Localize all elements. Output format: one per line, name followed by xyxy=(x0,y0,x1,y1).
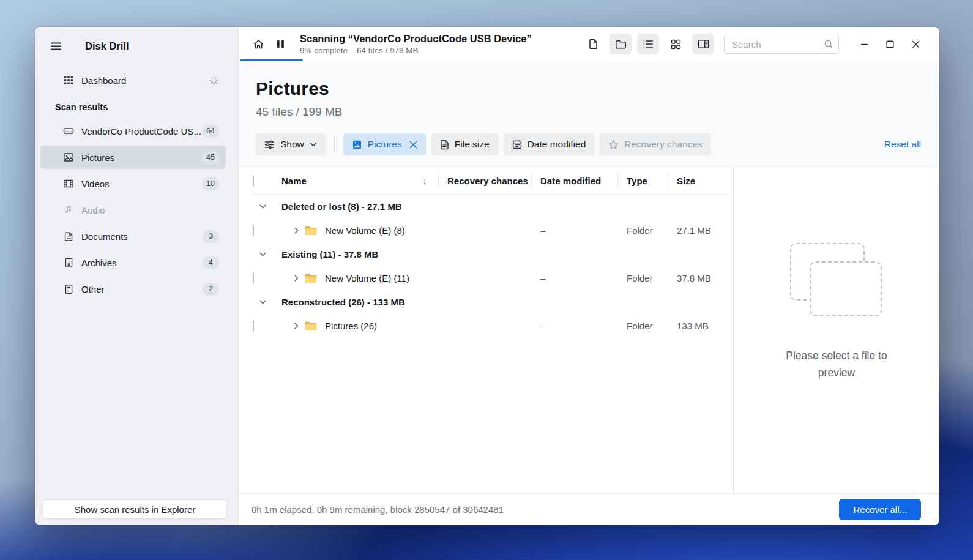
row-name: New Volume (E) (8) xyxy=(325,225,405,236)
dashboard-icon xyxy=(63,75,74,86)
count-badge: 2 xyxy=(203,283,219,296)
loading-spinner-icon xyxy=(209,75,219,86)
grid-view-button[interactable] xyxy=(665,34,687,54)
scan-elapsed-text: 0h 1m elapsed, 0h 9m remaining, block 28… xyxy=(252,504,504,515)
sidebar-item-dashboard[interactable]: Dashboard xyxy=(40,69,226,92)
toolbar: Scanning “VendorCo ProductCode USB Devic… xyxy=(239,27,939,61)
search-box xyxy=(724,35,839,54)
table-group-existing[interactable]: Existing (11) - 37.8 MB xyxy=(253,242,733,266)
column-header-recovery[interactable]: Recovery chances xyxy=(438,168,531,194)
close-button[interactable] xyxy=(903,33,928,55)
scan-status: Scanning “VendorCo ProductCode USB Devic… xyxy=(300,33,532,55)
hamburger-menu-icon[interactable] xyxy=(44,35,67,56)
star-icon xyxy=(608,140,619,149)
table-row-new-volume-11[interactable]: New Volume (E) (11) – Folder 37.8 MB xyxy=(253,266,733,290)
table-group-reconstructed[interactable]: Reconstructed (26) - 133 MB xyxy=(253,290,733,314)
select-all-checkbox[interactable] xyxy=(253,175,254,187)
sidebar-item-label: Other xyxy=(81,284,203,294)
filter-chip-label: Recovery chances xyxy=(624,139,703,150)
row-size: 133 MB xyxy=(668,321,733,331)
show-in-explorer-button[interactable]: Show scan results in Explorer xyxy=(43,499,227,519)
folder-icon xyxy=(304,273,318,284)
filter-chip-label: Date modified xyxy=(528,139,586,150)
group-label: Existing (11) - 37.8 MB xyxy=(272,249,438,259)
main-area: Scanning “VendorCo ProductCode USB Devic… xyxy=(239,27,939,525)
table-row-pictures-26[interactable]: Pictures (26) – Folder 133 MB xyxy=(253,314,733,338)
recover-all-button[interactable]: Recover all... xyxy=(839,499,921,520)
new-file-button[interactable] xyxy=(582,34,604,54)
collapse-group-chevron-icon[interactable] xyxy=(253,252,272,256)
list-view-button[interactable] xyxy=(637,34,659,54)
folder-icon xyxy=(304,321,318,332)
show-filter-button[interactable]: Show xyxy=(256,133,326,155)
row-type: Folder xyxy=(617,225,668,236)
sort-descending-icon[interactable]: ↓ xyxy=(423,176,428,186)
filter-sliders-icon xyxy=(264,140,275,149)
collapse-group-chevron-icon[interactable] xyxy=(253,300,272,304)
row-checkbox[interactable] xyxy=(253,225,254,236)
row-size: 37.8 MB xyxy=(668,273,733,283)
other-files-icon xyxy=(63,283,74,294)
column-header-type[interactable]: Type xyxy=(617,168,668,194)
table-row-new-volume-8[interactable]: New Volume (E) (8) – Folder 27.1 MB xyxy=(253,218,733,242)
count-badge: 4 xyxy=(203,256,219,269)
sidebar-item-label: Audio xyxy=(81,205,219,215)
sidebar-item-pictures[interactable]: Pictures 45 xyxy=(40,146,226,169)
file-size-icon xyxy=(440,140,449,150)
page-subtitle: 45 files / 199 MB xyxy=(256,105,921,119)
sidebar-item-label: Dashboard xyxy=(81,75,209,86)
filter-chip-label: Pictures xyxy=(368,139,402,150)
sidebar-item-other[interactable]: Other 2 xyxy=(40,277,226,301)
sidebar-item-device[interactable]: VendorCo ProductCode US... 64 xyxy=(40,119,226,143)
filter-chip-pictures[interactable]: Pictures xyxy=(343,133,426,155)
videos-icon xyxy=(63,178,74,189)
pictures-icon xyxy=(352,140,362,149)
calendar-icon xyxy=(512,140,522,149)
sidebar-header: Disk Drill xyxy=(35,27,238,65)
app-title: Disk Drill xyxy=(85,40,129,52)
documents-icon xyxy=(63,231,74,242)
column-header-name[interactable]: Name ↓ xyxy=(272,168,438,194)
row-checkbox[interactable] xyxy=(253,320,254,332)
preview-panel-toggle-button[interactable] xyxy=(692,34,714,54)
filter-divider xyxy=(334,136,335,152)
filter-chips: Pictures File size xyxy=(343,133,711,155)
sidebar: Disk Drill Dashboard Scan results xyxy=(35,27,239,525)
filter-chip-file-size[interactable]: File size xyxy=(431,133,498,155)
minimize-button[interactable] xyxy=(851,33,877,55)
remove-filter-icon[interactable] xyxy=(409,141,417,149)
reset-all-link[interactable]: Reset all xyxy=(884,139,921,150)
expand-row-chevron-icon[interactable] xyxy=(294,275,299,282)
pictures-icon xyxy=(63,152,74,163)
expand-row-chevron-icon[interactable] xyxy=(294,323,299,329)
expand-row-chevron-icon[interactable] xyxy=(294,227,299,234)
row-size: 27.1 MB xyxy=(668,225,733,236)
filter-bar: Show Pictures xyxy=(256,133,921,155)
sidebar-item-videos[interactable]: Videos 10 xyxy=(40,172,226,195)
sidebar-item-archives[interactable]: Archives 4 xyxy=(40,251,226,274)
collapse-group-chevron-icon[interactable] xyxy=(253,204,272,209)
count-badge: 45 xyxy=(202,151,219,164)
preview-placeholder-text: Please select a file to preview xyxy=(772,347,901,381)
table-group-deleted[interactable]: Deleted or lost (8) - 27.1 MB xyxy=(253,195,733,218)
table-header: Name ↓ Recovery chances Date modified Ty… xyxy=(253,168,733,195)
sidebar-item-audio[interactable]: Audio xyxy=(40,198,226,222)
sidebar-item-label: Documents xyxy=(81,231,203,242)
row-type: Folder xyxy=(617,321,668,331)
search-input[interactable] xyxy=(724,35,839,54)
filter-chip-recovery-chances[interactable]: Recovery chances xyxy=(600,133,711,155)
results-table: Name ↓ Recovery chances Date modified Ty… xyxy=(239,168,733,493)
maximize-button[interactable] xyxy=(877,33,903,55)
home-button[interactable] xyxy=(247,34,269,54)
filter-chip-date-modified[interactable]: Date modified xyxy=(504,133,595,155)
filter-chip-label: File size xyxy=(455,139,490,150)
open-folder-button[interactable] xyxy=(610,34,632,54)
column-header-date[interactable]: Date modified xyxy=(531,168,617,194)
row-type: Folder xyxy=(617,273,668,283)
pause-scan-button[interactable] xyxy=(269,34,291,54)
disk-drill-window: Disk Drill Dashboard Scan results xyxy=(35,27,939,525)
group-label: Reconstructed (26) - 133 MB xyxy=(272,297,438,307)
column-header-size[interactable]: Size xyxy=(668,168,733,194)
sidebar-item-documents[interactable]: Documents 3 xyxy=(40,225,226,248)
row-checkbox[interactable] xyxy=(253,272,254,284)
